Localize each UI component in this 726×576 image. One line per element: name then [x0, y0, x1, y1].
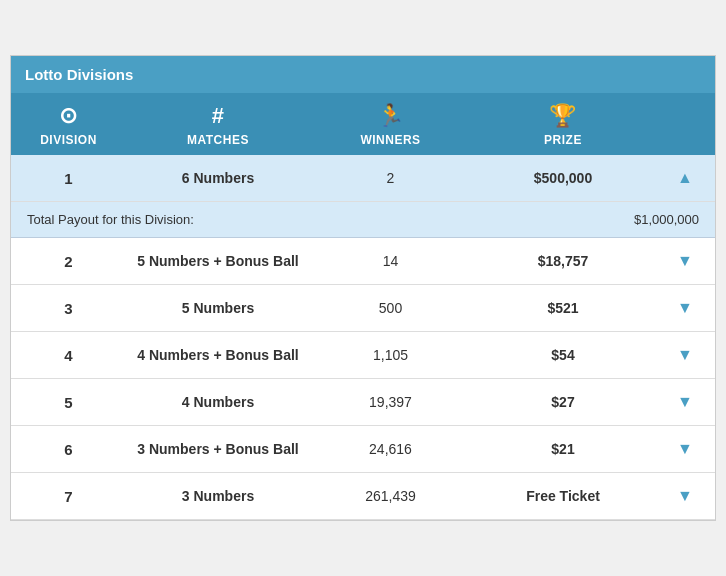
winners-cell: 19,397	[310, 380, 471, 424]
table-row[interactable]: 3 5 Numbers 500 $521 ▼	[11, 285, 715, 332]
winners-icon: 🏃	[377, 103, 405, 129]
table-row[interactable]: 6 3 Numbers + Bonus Ball 24,616 $21 ▼	[11, 426, 715, 473]
prize-icon: 🏆	[549, 103, 577, 129]
division-cell: 5	[11, 380, 126, 425]
rows-container: 1 6 Numbers 2 $500,000 ▲ Total Payout fo…	[11, 155, 715, 520]
prize-cell: $521	[471, 286, 655, 330]
winners-cell: 261,439	[310, 474, 471, 518]
expand-header	[655, 93, 715, 155]
division-cell: 4	[11, 333, 126, 378]
division-cell: 2	[11, 239, 126, 284]
table-row[interactable]: 2 5 Numbers + Bonus Ball 14 $18,757 ▼	[11, 238, 715, 285]
matches-cell: 3 Numbers	[126, 474, 310, 518]
payout-row: Total Payout for this Division: $1,000,0…	[11, 202, 715, 238]
winners-cell: 2	[310, 156, 471, 200]
lotto-divisions-table: Lotto Divisions ⊙ DIVISION # MATCHES 🏃 W…	[10, 55, 716, 521]
division-cell: 7	[11, 474, 126, 519]
table-title: Lotto Divisions	[11, 56, 715, 93]
expand-chevron[interactable]: ▲	[655, 155, 715, 201]
payout-label: Total Payout for this Division:	[27, 212, 194, 227]
matches-cell: 3 Numbers + Bonus Ball	[126, 427, 310, 471]
winners-cell: 500	[310, 286, 471, 330]
prize-cell: $54	[471, 333, 655, 377]
table-row[interactable]: 1 6 Numbers 2 $500,000 ▲	[11, 155, 715, 202]
payout-amount: $1,000,000	[634, 212, 699, 227]
matches-cell: 4 Numbers	[126, 380, 310, 424]
winners-header: 🏃 WINNERS	[310, 93, 471, 155]
prize-cell: $18,757	[471, 239, 655, 283]
division-header: ⊙ DIVISION	[11, 93, 126, 155]
matches-cell: 4 Numbers + Bonus Ball	[126, 333, 310, 377]
expand-chevron[interactable]: ▼	[655, 238, 715, 284]
prize-cell: Free Ticket	[471, 474, 655, 518]
winners-cell: 14	[310, 239, 471, 283]
prize-cell: $27	[471, 380, 655, 424]
expand-chevron[interactable]: ▼	[655, 379, 715, 425]
expand-chevron[interactable]: ▼	[655, 332, 715, 378]
table-row[interactable]: 7 3 Numbers 261,439 Free Ticket ▼	[11, 473, 715, 520]
winners-cell: 1,105	[310, 333, 471, 377]
prize-header: 🏆 PRIZE	[471, 93, 655, 155]
table-row[interactable]: 4 4 Numbers + Bonus Ball 1,105 $54 ▼	[11, 332, 715, 379]
winners-cell: 24,616	[310, 427, 471, 471]
division-icon: ⊙	[59, 103, 78, 129]
expand-chevron[interactable]: ▼	[655, 426, 715, 472]
matches-cell: 5 Numbers	[126, 286, 310, 330]
division-cell: 3	[11, 286, 126, 331]
table-header: ⊙ DIVISION # MATCHES 🏃 WINNERS 🏆 PRIZE	[11, 93, 715, 155]
prize-cell: $500,000	[471, 156, 655, 200]
expand-chevron[interactable]: ▼	[655, 473, 715, 519]
matches-cell: 6 Numbers	[126, 156, 310, 200]
matches-cell: 5 Numbers + Bonus Ball	[126, 239, 310, 283]
prize-cell: $21	[471, 427, 655, 471]
division-cell: 6	[11, 427, 126, 472]
division-cell: 1	[11, 156, 126, 201]
matches-header: # MATCHES	[126, 93, 310, 155]
table-row[interactable]: 5 4 Numbers 19,397 $27 ▼	[11, 379, 715, 426]
expand-chevron[interactable]: ▼	[655, 285, 715, 331]
matches-icon: #	[212, 103, 225, 129]
